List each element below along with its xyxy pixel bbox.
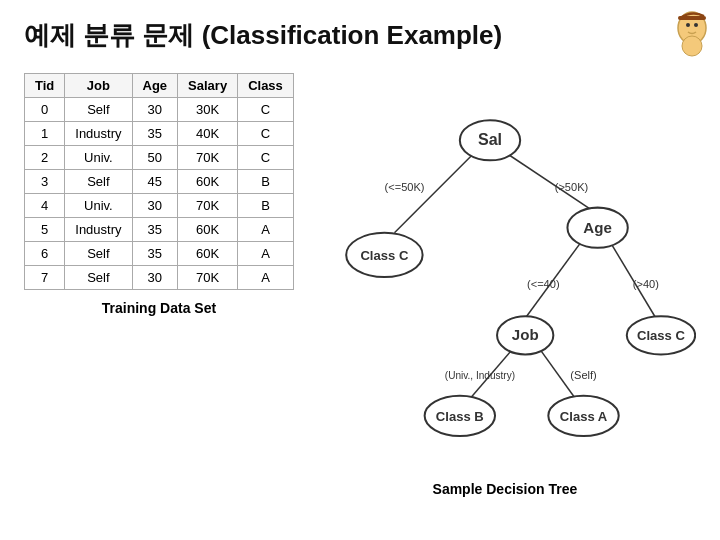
age-node: Age <box>583 219 612 236</box>
table-cell: C <box>238 146 294 170</box>
table-cell: 30K <box>178 98 238 122</box>
edge-lte40: (<=40) <box>527 278 560 290</box>
table-cell: 35 <box>132 218 178 242</box>
table-cell: Self <box>65 266 132 290</box>
table-header-cell: Salary <box>178 74 238 98</box>
table-caption: Training Data Set <box>24 300 294 316</box>
edge-gt50k: (>50K) <box>555 181 588 193</box>
table-cell: 6 <box>25 242 65 266</box>
table-cell: 3 <box>25 170 65 194</box>
table-header-cell: Age <box>132 74 178 98</box>
table-header-cell: Job <box>65 74 132 98</box>
edge-lte50k: (<=50K) <box>384 181 424 193</box>
tree-caption: Sample Decision Tree <box>314 481 696 497</box>
table-row: 0Self3030KC <box>25 98 294 122</box>
table-cell: Industry <box>65 218 132 242</box>
table-row: 6Self3560KA <box>25 242 294 266</box>
table-cell: 45 <box>132 170 178 194</box>
class-b-node: Class B <box>436 409 484 424</box>
class-c-top-node: Class C <box>360 248 408 263</box>
training-data-section: TidJobAgeSalaryClass 0Self3030KC1Industr… <box>24 73 294 473</box>
class-c-right-node: Class C <box>637 328 685 343</box>
table-cell: 7 <box>25 266 65 290</box>
table-header-row: TidJobAgeSalaryClass <box>25 74 294 98</box>
tree-svg: (<=50K) (>50K) (<=40) (>40) (Univ., Indu… <box>314 73 696 473</box>
table-cell: 30 <box>132 194 178 218</box>
table-cell: C <box>238 98 294 122</box>
table-row: 4Univ.3070KB <box>25 194 294 218</box>
svg-point-1 <box>682 36 702 56</box>
character-decoration <box>650 8 710 63</box>
table-cell: 70K <box>178 146 238 170</box>
table-cell: Self <box>65 242 132 266</box>
table-cell: Industry <box>65 122 132 146</box>
table-row: 3Self4560KB <box>25 170 294 194</box>
table-row: 7Self3070KA <box>25 266 294 290</box>
class-a-node: Class A <box>560 409 608 424</box>
page-title: 예제 분류 문제 (Classification Example) <box>0 0 720 63</box>
svg-rect-4 <box>678 16 706 20</box>
table-cell: Univ. <box>65 194 132 218</box>
table-cell: Univ. <box>65 146 132 170</box>
table-header-cell: Tid <box>25 74 65 98</box>
table-header-cell: Class <box>238 74 294 98</box>
table-cell: 70K <box>178 266 238 290</box>
table-cell: 60K <box>178 242 238 266</box>
table-cell: 2 <box>25 146 65 170</box>
table-cell: 1 <box>25 122 65 146</box>
edge-self: (Self) <box>570 369 596 381</box>
training-data-table: TidJobAgeSalaryClass 0Self3030KC1Industr… <box>24 73 294 290</box>
table-cell: 60K <box>178 218 238 242</box>
table-cell: B <box>238 194 294 218</box>
table-cell: A <box>238 242 294 266</box>
table-cell: 50 <box>132 146 178 170</box>
table-body: 0Self3030KC1Industry3540KC2Univ.5070KC3S… <box>25 98 294 290</box>
table-cell: A <box>238 266 294 290</box>
table-cell: 30 <box>132 98 178 122</box>
decision-tree-section: (<=50K) (>50K) (<=40) (>40) (Univ., Indu… <box>314 73 696 473</box>
table-cell: 35 <box>132 242 178 266</box>
edge-gt40: (>40) <box>633 278 659 290</box>
svg-point-2 <box>686 23 690 27</box>
edge-univ-industry: (Univ., Industry) <box>445 370 515 381</box>
table-cell: Self <box>65 98 132 122</box>
table-cell: 70K <box>178 194 238 218</box>
table-cell: 40K <box>178 122 238 146</box>
job-node: Job <box>512 326 539 343</box>
sal-node: Sal <box>478 130 502 148</box>
table-row: 1Industry3540KC <box>25 122 294 146</box>
table-cell: A <box>238 218 294 242</box>
table-cell: 4 <box>25 194 65 218</box>
content-area: TidJobAgeSalaryClass 0Self3030KC1Industr… <box>0 73 720 473</box>
table-row: 2Univ.5070KC <box>25 146 294 170</box>
table-cell: 0 <box>25 98 65 122</box>
table-cell: 5 <box>25 218 65 242</box>
table-cell: 35 <box>132 122 178 146</box>
table-cell: 30 <box>132 266 178 290</box>
table-row: 5Industry3560KA <box>25 218 294 242</box>
table-cell: 60K <box>178 170 238 194</box>
table-cell: B <box>238 170 294 194</box>
table-cell: C <box>238 122 294 146</box>
svg-point-3 <box>694 23 698 27</box>
table-cell: Self <box>65 170 132 194</box>
